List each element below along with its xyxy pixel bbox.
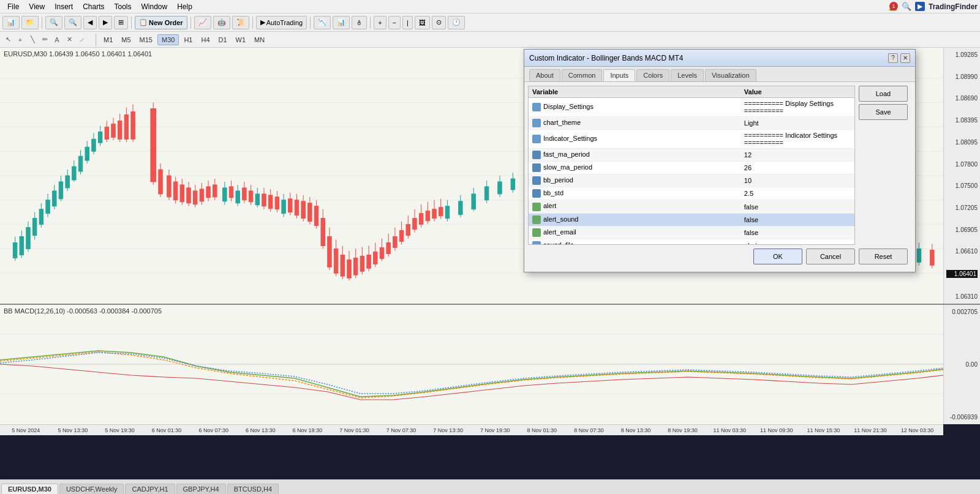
table-row[interactable]: alert_emailfalse xyxy=(529,226,854,239)
templates-btn[interactable]: 🖼 xyxy=(415,16,430,29)
indicators-btn[interactable]: 📈 xyxy=(194,16,211,29)
macd-chart-area[interactable] xyxy=(0,305,943,424)
tf-m5[interactable]: M5 xyxy=(118,35,134,45)
pen-tool[interactable]: ✏ xyxy=(39,34,50,45)
table-cell-value[interactable]: ========== Indicator Settings ========== xyxy=(741,130,854,149)
tf-mn[interactable]: MN xyxy=(251,35,268,45)
search-icon[interactable]: 🔍 xyxy=(902,2,911,11)
tab-usdchf[interactable]: USDCHF,Weekly xyxy=(59,484,124,494)
lower-chart[interactable]: BB MACD(12,26,10) -0.000563 -0.000384 -0… xyxy=(0,305,980,424)
table-cell-value[interactable]: 10 xyxy=(741,174,854,187)
time-1: 5 Nov 13:30 xyxy=(50,427,97,433)
expert-btn[interactable]: 🤖 xyxy=(213,16,230,29)
time-19: 12 Nov 03:30 xyxy=(894,427,941,433)
reset-btn[interactable]: Reset xyxy=(859,249,908,264)
fib-tool[interactable]: ⟋ xyxy=(76,34,87,45)
table-row[interactable]: sound_filealert.wav xyxy=(529,239,854,244)
clock-btn[interactable]: 🕐 xyxy=(448,16,465,29)
table-cell-value[interactable]: false xyxy=(741,226,854,239)
dialog-tab-inputs[interactable]: Inputs xyxy=(603,69,635,81)
chart-type-candle-btn[interactable]: 🕯 xyxy=(352,16,367,29)
table-cell-value[interactable]: ========== Display Settings ========== xyxy=(741,98,854,117)
autotrading-btn[interactable]: ▶ AutoTrading xyxy=(256,16,307,29)
table-row[interactable]: bb_std2.5 xyxy=(529,187,854,200)
table-row[interactable]: bb_period10 xyxy=(529,174,854,187)
tf-m30[interactable]: M30 xyxy=(157,34,179,45)
menu-help[interactable]: Help xyxy=(172,1,197,12)
dialog-tab-common[interactable]: Common xyxy=(562,69,603,81)
tf-w1[interactable]: W1 xyxy=(232,35,250,45)
table-cell-variable: Indicator_Settings xyxy=(529,130,741,149)
scroll-left-btn[interactable]: ◀ xyxy=(83,16,97,29)
tf-h4[interactable]: H4 xyxy=(197,35,213,45)
chart-type-line-btn[interactable]: 📉 xyxy=(314,16,331,29)
menu-charts[interactable]: Charts xyxy=(78,1,109,12)
menu-file[interactable]: File xyxy=(2,1,24,12)
table-cell-value[interactable]: 26 xyxy=(741,162,854,174)
table-cell-value[interactable]: Light xyxy=(741,117,854,130)
table-row[interactable]: slow_ma_period26 xyxy=(529,162,854,174)
save-btn[interactable]: Save xyxy=(859,104,908,120)
time-16: 11 Nov 09:30 xyxy=(753,427,801,433)
line-tool[interactable]: ╲ xyxy=(27,34,38,45)
table-cell-value[interactable]: false xyxy=(741,200,854,213)
dialog-side-area: Load Save xyxy=(859,86,911,245)
menu-window[interactable]: Window xyxy=(137,1,173,12)
table-cell-value[interactable]: alert.wav xyxy=(741,239,854,244)
table-cell-value[interactable]: 12 xyxy=(741,149,854,162)
fit-btn[interactable]: ⊞ xyxy=(114,16,128,29)
period-sep-btn[interactable]: | xyxy=(402,16,413,29)
zoom-out-btn[interactable]: 🔍 xyxy=(64,16,81,29)
tf-h1[interactable]: H1 xyxy=(180,35,196,45)
dialog-close-btn[interactable]: ✕ xyxy=(900,53,910,63)
tf-d1[interactable]: D1 xyxy=(215,35,231,45)
tab-eurusd[interactable]: EURUSD,M30 xyxy=(1,484,58,494)
table-cell-variable: fast_ma_period xyxy=(529,149,741,162)
table-row[interactable]: Display_Settings========== Display Setti… xyxy=(529,98,854,117)
crosshair-tool[interactable]: + xyxy=(15,34,26,45)
table-row[interactable]: Indicator_Settings========== Indicator S… xyxy=(529,130,854,149)
scripts-btn[interactable]: 📜 xyxy=(232,16,249,29)
cursor-tool[interactable]: ↖ xyxy=(2,34,13,45)
dialog-tab-colors[interactable]: Colors xyxy=(636,69,669,81)
chart-type-bar-btn[interactable]: 📊 xyxy=(333,16,350,29)
tab-cadjpy[interactable]: CADJPY,H1 xyxy=(125,484,175,494)
dialog-tab-levels[interactable]: Levels xyxy=(671,69,704,81)
ok-btn[interactable]: OK xyxy=(753,249,802,264)
new-order-btn[interactable]: 📋 New Order xyxy=(135,16,187,29)
zoom-in-btn[interactable]: 🔍 xyxy=(45,16,62,29)
tab-gbpjpy[interactable]: GBPJPY,H4 xyxy=(176,484,226,494)
time-8: 7 Nov 07:30 xyxy=(378,427,425,433)
table-row[interactable]: fast_ma_period12 xyxy=(529,149,854,162)
dialog-tab-visualization[interactable]: Visualization xyxy=(705,69,756,81)
indicator-dialog[interactable]: Custom Indicator - Bollinger Bands MACD … xyxy=(524,49,916,272)
dialog-table-scroll[interactable]: Variable Value Display_Settings=========… xyxy=(529,86,854,244)
new-chart-btn[interactable]: 📊 xyxy=(2,16,20,29)
menu-view[interactable]: View xyxy=(24,1,50,12)
autotrading-icon: ▶ xyxy=(260,18,265,26)
table-row[interactable]: chart_themeLight xyxy=(529,117,854,130)
menu-tools[interactable]: Tools xyxy=(110,1,137,12)
scroll-right-btn[interactable]: ▶ xyxy=(99,16,112,29)
dialog-tab-about[interactable]: About xyxy=(529,69,560,81)
dialog-controls: ? ✕ xyxy=(888,53,910,63)
table-row[interactable]: alert_soundfalse xyxy=(529,213,854,226)
table-cell-value[interactable]: 2.5 xyxy=(741,187,854,200)
objects-btn[interactable]: ⊙ xyxy=(432,16,446,29)
table-row[interactable]: alertfalse xyxy=(529,200,854,213)
dialog-inputs-table: Variable Value Display_Settings=========… xyxy=(529,86,854,244)
cancel-btn[interactable]: Cancel xyxy=(806,249,855,264)
zoom-in2-btn[interactable]: + xyxy=(374,16,386,29)
zoom-out2-btn[interactable]: − xyxy=(388,16,401,29)
tab-btcusd[interactable]: BTCUSD,H4 xyxy=(227,484,279,494)
tf-m15[interactable]: M15 xyxy=(136,35,156,45)
delete-tool[interactable]: ✕ xyxy=(64,34,75,45)
load-btn[interactable]: Load xyxy=(859,86,908,102)
text-tool[interactable]: A xyxy=(51,34,62,45)
table-cell-value[interactable]: false xyxy=(741,213,854,226)
price-7: 1.07500 xyxy=(946,182,978,189)
tf-m1[interactable]: M1 xyxy=(100,35,116,45)
dialog-help-btn[interactable]: ? xyxy=(888,53,898,63)
menu-insert[interactable]: Insert xyxy=(50,1,78,12)
open-btn[interactable]: 📁 xyxy=(21,16,39,29)
